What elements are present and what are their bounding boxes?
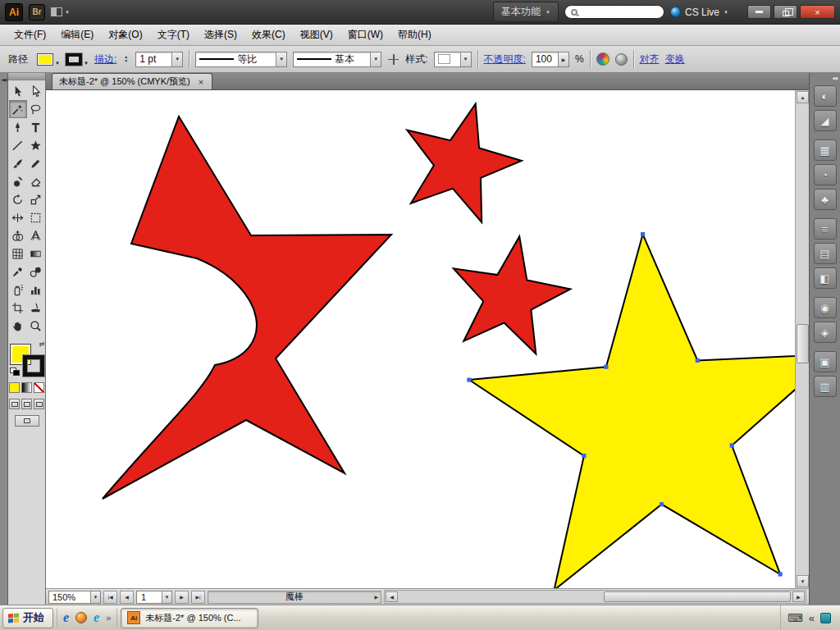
opacity-link[interactable]: 不透明度:	[484, 52, 526, 66]
vertical-scroll-thumb[interactable]	[797, 324, 809, 363]
status-menu-icon[interactable]: ▶	[374, 594, 378, 600]
keyboard-icon[interactable]: ⌨	[788, 612, 803, 624]
tool-hand[interactable]	[9, 317, 27, 335]
horizontal-scroll-thumb[interactable]	[604, 591, 791, 602]
status-display[interactable]: 魔棒 ▶	[208, 591, 381, 604]
stroke-color-indicator[interactable]	[23, 355, 44, 377]
tool-blob-brush[interactable]	[9, 172, 27, 190]
menu-item-type[interactable]: 文字(T)	[150, 25, 197, 45]
tool-rotate[interactable]	[9, 190, 27, 208]
width-profile-combo[interactable]: 等比 ▼	[195, 52, 287, 67]
restore-button[interactable]	[774, 5, 797, 19]
panel-transparency-icon[interactable]: ◧	[814, 267, 837, 289]
tab-close-icon[interactable]: ×	[197, 77, 205, 87]
panel-color-icon[interactable]: ◐	[814, 85, 837, 107]
menu-item-object[interactable]: 对象(O)	[101, 25, 149, 45]
chevron-down-icon[interactable]: ▼	[370, 52, 381, 66]
brush-definition-combo[interactable]: 基本 ▼	[293, 52, 381, 67]
menu-item-window[interactable]: 窗口(W)	[340, 25, 390, 45]
crosshair-icon[interactable]	[387, 53, 399, 66]
tool-shape-builder[interactable]	[9, 226, 27, 244]
tool-free-transform[interactable]	[27, 208, 45, 226]
chevron-down-icon[interactable]: ▼	[90, 591, 100, 603]
start-button[interactable]: 开始	[2, 608, 53, 628]
ime-indicator-icon[interactable]	[820, 613, 831, 623]
select-similar-icon[interactable]	[615, 53, 628, 66]
tool-star[interactable]	[27, 136, 45, 154]
tools-panel-grip[interactable]	[8, 73, 45, 80]
tool-pencil[interactable]	[27, 154, 45, 172]
screen-mode-button[interactable]	[15, 415, 39, 427]
anchor-point[interactable]	[582, 454, 586, 458]
tool-magic-wand[interactable]	[9, 100, 27, 118]
stroke-weight-stepper[interactable]: ▲ ▼	[122, 55, 130, 63]
gradient-button[interactable]	[21, 382, 32, 393]
tool-column-graph[interactable]	[27, 281, 45, 299]
tool-scale[interactable]	[27, 190, 45, 208]
chevron-down-icon[interactable]: ▼	[276, 52, 286, 66]
align-link[interactable]: 对齐	[640, 52, 660, 66]
tool-slice[interactable]	[27, 299, 45, 317]
messenger-icon[interactable]: e	[94, 610, 99, 625]
arrange-documents-button[interactable]: ▼	[51, 7, 70, 16]
fill-color-swatch[interactable]: ▼	[37, 53, 60, 66]
tray-collapse-icon[interactable]: «	[809, 612, 815, 624]
panel-artboards-icon[interactable]: ▥	[814, 376, 837, 397]
last-artboard-button[interactable]: ▶|	[191, 591, 205, 604]
previous-artboard-button[interactable]: ◀	[120, 591, 134, 604]
scroll-left-icon[interactable]: ◀	[386, 591, 398, 602]
draw-inside-button[interactable]	[34, 399, 44, 409]
left-dock-collapse-strip[interactable]: ◀◀	[0, 73, 8, 605]
menu-item-file[interactable]: 文件(F)	[7, 25, 53, 45]
tool-line-segment[interactable]	[9, 136, 27, 154]
vertical-scrollbar[interactable]: ▲ ▼	[795, 90, 809, 588]
default-fill-stroke-icon[interactable]	[10, 368, 21, 377]
first-artboard-button[interactable]: |◀	[103, 591, 117, 604]
close-button[interactable]: ×	[800, 5, 835, 19]
swap-fill-stroke-icon[interactable]: ⇄	[39, 340, 45, 348]
tool-artboard[interactable]	[9, 299, 27, 317]
tool-eraser[interactable]	[27, 172, 45, 190]
tool-perspective-grid[interactable]	[27, 226, 45, 244]
stroke-weight-combo[interactable]: 1 pt ▼	[135, 52, 183, 67]
dock-collapse-button[interactable]: ◀◀	[810, 73, 840, 82]
bridge-icon[interactable]: Br	[29, 4, 45, 21]
draw-normal-button[interactable]	[9, 399, 20, 409]
panel-graphic-styles-icon[interactable]: ◈	[814, 322, 837, 343]
tool-eyedropper[interactable]	[9, 262, 27, 281]
scroll-right-icon[interactable]: ▶	[792, 591, 805, 602]
browser-ball-icon[interactable]	[75, 612, 87, 623]
tool-direct-selection[interactable]	[27, 82, 45, 100]
canvas[interactable]	[46, 90, 795, 588]
menu-item-edit[interactable]: 编辑(E)	[53, 25, 101, 45]
chevron-down-icon[interactable]: ▼	[171, 52, 182, 66]
anchor-point[interactable]	[730, 443, 734, 447]
internet-explorer-icon[interactable]: e	[63, 610, 69, 625]
shape-red-star-top[interactable]	[407, 104, 522, 222]
panel-symbols-icon[interactable]: ♣	[814, 189, 837, 210]
zoom-combo[interactable]: 150% ▼	[48, 591, 101, 604]
quick-launch-overflow-icon[interactable]: »	[106, 613, 111, 623]
stroke-panel-link[interactable]: 描边:	[94, 52, 116, 66]
none-button[interactable]	[34, 382, 44, 393]
panel-brushes-icon[interactable]: ◔	[814, 164, 837, 185]
anchor-point[interactable]	[696, 358, 700, 363]
tool-symbol-sprayer[interactable]	[9, 281, 27, 299]
panel-layers-icon[interactable]: ▣	[814, 351, 837, 372]
panel-color-guide-icon[interactable]: ◢	[814, 110, 837, 131]
stroke-color-swatch[interactable]: ▼	[66, 53, 89, 66]
menu-item-help[interactable]: 帮助(H)	[390, 25, 439, 45]
anchor-point[interactable]	[467, 378, 471, 382]
tool-width[interactable]	[9, 208, 27, 226]
minimize-button[interactable]	[747, 5, 771, 19]
panel-swatches-icon[interactable]: ▦	[814, 139, 837, 161]
tool-blend[interactable]	[27, 262, 45, 281]
panel-stroke-icon[interactable]: ≡	[814, 218, 837, 240]
menu-item-select[interactable]: 选择(S)	[197, 25, 244, 45]
illustrator-task-button[interactable]: Ai 未标题-2* @ 150% (C...	[121, 608, 258, 628]
artboard-number-combo[interactable]: 1 ▼	[136, 591, 172, 604]
next-artboard-button[interactable]: ▶	[175, 591, 189, 604]
recolor-artwork-icon[interactable]	[596, 52, 609, 66]
anchor-point[interactable]	[604, 365, 608, 369]
tool-type[interactable]	[27, 118, 45, 136]
